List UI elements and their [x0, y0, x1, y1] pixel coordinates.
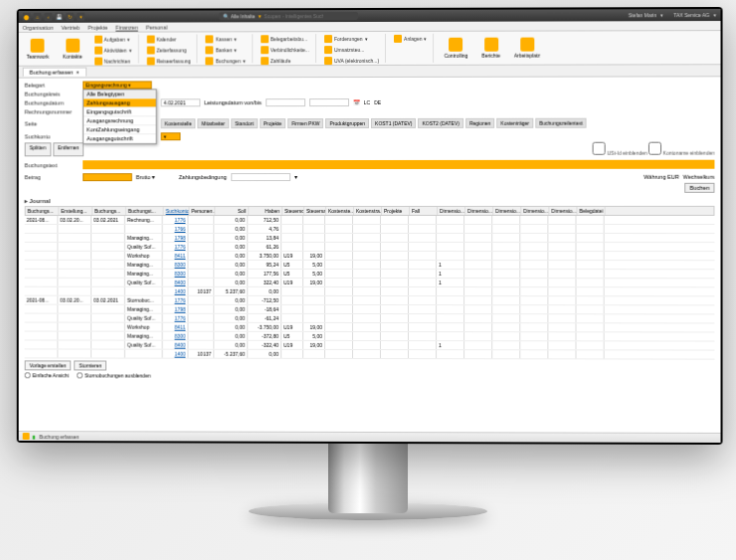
more-icon[interactable]: ▾ — [77, 13, 85, 21]
titlebar-quick-icons[interactable]: ⬤ ⌂ ‹ 💾 ↻ ▾ — [23, 13, 85, 21]
filter-kostdatev[interactable]: KOST1 (DATEV) — [371, 118, 416, 128]
col-header[interactable]: Dimensio... — [438, 207, 465, 215]
ribbon-aufgaben[interactable]: Aufgaben▾ — [92, 35, 134, 45]
col-header[interactable]: Steuerschl... — [282, 207, 304, 215]
btn-entfernen[interactable]: Entfernen — [53, 142, 84, 156]
col-header[interactable]: Suchkonto — [164, 207, 190, 215]
home-icon[interactable]: ⌂ — [34, 13, 42, 21]
chk-ustid[interactable] — [593, 142, 606, 155]
search-input[interactable] — [265, 13, 324, 19]
journal-row[interactable]: Quality Sof...17760,0061,26 — [25, 243, 715, 252]
ribbon-berichte[interactable]: Berichte — [477, 34, 503, 63]
col-header[interactable]: Dimensio... — [521, 207, 549, 215]
close-icon[interactable]: × — [77, 70, 80, 76]
ribbon-banken[interactable]: Banken▾ — [204, 45, 248, 55]
refresh-icon[interactable]: ↻ — [66, 13, 74, 21]
dd-zahlungseingang[interactable]: KontZahlungseingang — [84, 125, 155, 134]
col-header[interactable]: Kostenste... — [326, 207, 354, 215]
chk-einfache-ansicht[interactable] — [25, 372, 31, 378]
filter-standort[interactable]: Standort — [231, 118, 258, 128]
ribbon-uva[interactable]: UVA (elektronisch...) — [322, 56, 381, 66]
col-header[interactable]: Dimensio... — [465, 207, 493, 215]
btn-vorlage[interactable]: Vorlage erstellen — [25, 360, 72, 370]
dd-ausgangsgutschrift[interactable]: Ausgangsgutschrift — [84, 134, 155, 143]
input-buchungstext[interactable] — [83, 160, 714, 170]
col-header[interactable]: Buchungs... — [26, 207, 60, 215]
menu-organisation[interactable]: Organisation — [23, 24, 54, 30]
ribbon-nachrichten[interactable]: Nachrichten — [92, 57, 134, 67]
btn-stornieren[interactable]: Stornieren — [74, 360, 106, 370]
save-icon[interactable]: 💾 — [55, 13, 63, 21]
journal-columns[interactable]: Buchungs...Erstellung...Buchungs...Buchu… — [25, 206, 715, 216]
filter-regionen[interactable]: Regionen — [465, 118, 494, 128]
input-date[interactable]: 4.02.2021 — [161, 98, 201, 106]
journal-header[interactable]: ▸ Journal — [25, 197, 715, 204]
tab-buchung-erfassen[interactable]: Buchung erfassen× — [23, 68, 87, 77]
chart-icon[interactable]: ▮ — [33, 434, 36, 440]
ribbon-belegarbeitsbu[interactable]: Belegarbeitsbu... — [259, 34, 311, 44]
global-search[interactable]: 🔍 Alle Inhalte ▼ — [219, 12, 358, 20]
dd-ausgangsrechnung[interactable]: Ausgangsrechnung — [84, 116, 155, 125]
input-zahlungsbedingung[interactable] — [231, 173, 290, 181]
filter-firmenpkw[interactable]: Firmen PKW — [287, 118, 323, 128]
dd-zahlungsausgang[interactable]: Zahlungsausgang — [84, 98, 155, 107]
user-label[interactable]: Stefan Marin — [629, 12, 657, 18]
ribbon-verbindlichkeiten[interactable]: Verbindlichkeite... — [259, 45, 311, 55]
ribbon-umsatzsteu[interactable]: Umsatzsteu... — [322, 45, 381, 55]
journal-row[interactable]: 17660,004,76 — [25, 225, 715, 234]
journal-row[interactable]: Managing...17980,0013,84 — [25, 234, 715, 243]
col-header[interactable]: Soll — [215, 207, 249, 215]
input-belegart[interactable]: Eingangsrechnung ▾ — [83, 81, 152, 89]
input-suchkonto[interactable]: ▾ — [161, 132, 181, 140]
ribbon-aktivitaeten[interactable]: Aktivitäten▾ — [92, 46, 134, 56]
col-header[interactable]: Personen... — [189, 207, 215, 215]
ribbon-kontakte[interactable]: Kontakte — [59, 35, 87, 64]
menu-personal[interactable]: Personal — [146, 24, 168, 30]
chk-kontoname[interactable] — [648, 142, 661, 155]
ribbon-kassen[interactable]: Kassen▾ — [204, 34, 248, 44]
app-icon[interactable]: ⬤ — [23, 13, 31, 21]
dd-alle[interactable]: Alle Belegtypen — [84, 90, 155, 98]
filter-kostentrger[interactable]: Kostenträger — [496, 118, 533, 128]
col-header[interactable]: Fall — [410, 207, 438, 215]
btn-splitten[interactable]: Splitten — [25, 142, 51, 156]
journal-row[interactable]: 140010137-5.237,600,00 — [25, 349, 715, 359]
menu-vertrieb[interactable]: Vertrieb — [62, 24, 81, 30]
input-leist-von[interactable] — [266, 98, 305, 106]
col-header[interactable]: Projekte — [382, 207, 410, 215]
col-header[interactable]: Steuersatz — [304, 207, 326, 215]
col-header[interactable]: Erstellung... — [59, 207, 92, 215]
col-header[interactable]: Belegdatei — [578, 207, 606, 215]
ribbon-kalender[interactable]: Kalender — [144, 34, 192, 44]
filter-kostenstelle[interactable]: Kostenstelle — [161, 118, 196, 128]
ribbon-zahllaeufe[interactable]: Zahlläufe — [259, 56, 311, 66]
belegart-dropdown[interactable]: Alle Belegtypen Zahlungsausgang Eingangs… — [83, 89, 156, 144]
col-header[interactable]: Kostenstra... — [354, 207, 382, 215]
btn-buchen[interactable]: Buchen — [685, 183, 715, 193]
brutto-select[interactable]: Brutto ▾ — [136, 174, 155, 180]
search-scope[interactable]: Alle Inhalte — [231, 13, 256, 19]
chk-storno-ausblenden[interactable] — [77, 372, 83, 378]
ribbon-reiseerfassung[interactable]: Reiseerfassung — [144, 56, 192, 66]
back-icon[interactable]: ‹ — [45, 13, 53, 21]
ribbon-teamwork[interactable]: Teamwork — [23, 35, 54, 64]
menu-projekte[interactable]: Projekte — [88, 24, 107, 30]
ribbon-controlling[interactable]: Controlling — [440, 34, 471, 63]
ribbon-forderungen[interactable]: Forderungen▾ — [322, 34, 381, 44]
filter-icon[interactable]: ▼ — [258, 13, 263, 19]
calendar-icon[interactable]: 📅 — [353, 99, 360, 105]
menu-finanzen[interactable]: Finanzen — [115, 24, 137, 30]
journal-row[interactable]: Workshop84110,003.750,00U1919,00 — [25, 252, 715, 261]
col-header[interactable]: Dimensio... — [549, 207, 577, 215]
journal-row[interactable]: Managing...83000,00177,56U55,001 — [25, 270, 715, 279]
dd-eingangsgutschrift[interactable]: Eingangsgutschrift — [84, 107, 155, 116]
input-betrag[interactable] — [83, 173, 132, 181]
ribbon-arbeitsplatz[interactable]: Arbeitsplatz — [510, 34, 544, 63]
company-label[interactable]: TAX Service AG — [673, 12, 709, 18]
journal-row[interactable]: 2021-08...03.02.20...03.02.2021Rechnung.… — [25, 216, 715, 225]
ribbon-buchungen[interactable]: Buchungen▾ — [204, 56, 248, 66]
col-header[interactable]: Dimensio... — [493, 207, 521, 215]
filter-buchungszeilentext[interactable]: Buchungszeilentext — [535, 118, 587, 128]
col-header[interactable]: Buchungs... — [92, 207, 126, 215]
ribbon-zeiterfassung[interactable]: Zeiterfassung — [144, 45, 192, 55]
